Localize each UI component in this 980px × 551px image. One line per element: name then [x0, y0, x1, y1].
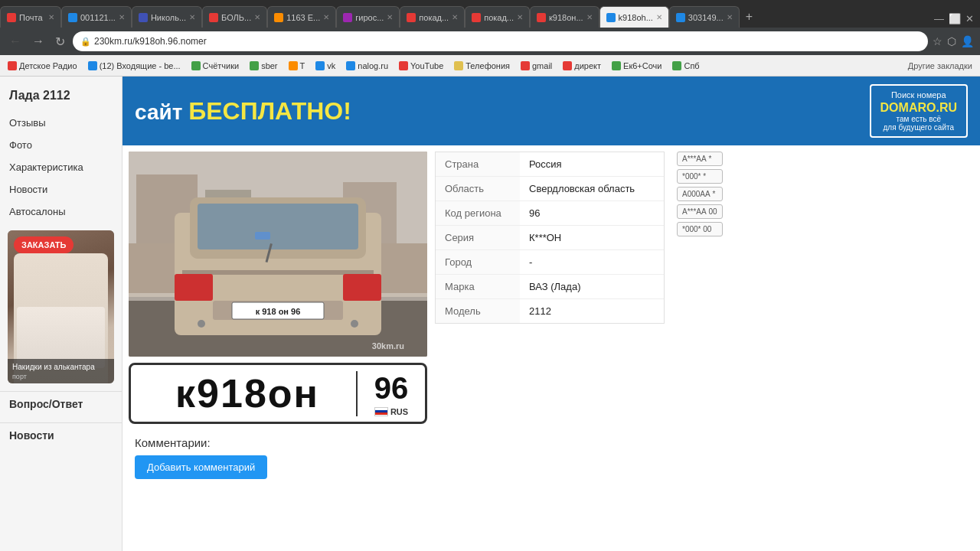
sidebar-item-reviews[interactable]: Отзывы [0, 112, 122, 134]
tab-5-close[interactable]: ✕ [323, 13, 329, 21]
bookmark-vk-label: vk [327, 61, 335, 70]
bookmark-schetchiki-icon [191, 61, 201, 70]
bookmark-inbox-label: (12) Входящие - be... [100, 61, 181, 70]
plate-variant-2[interactable]: А000АА * [677, 187, 723, 201]
new-tab-button[interactable]: + [740, 6, 763, 28]
sidebar-ad[interactable]: ЗАКАЗАТЬ Накидки из алькантара порт [8, 230, 114, 383]
tab-9-close[interactable]: ✕ [586, 13, 593, 21]
close-window-button[interactable]: ✕ [965, 13, 974, 24]
tab-1[interactable]: Почта ✕ [0, 6, 61, 28]
bookmark-youtube-icon [399, 61, 408, 70]
main-content: сайт БЕСПЛАТНО! Поиск номера DOMARO.RU т… [122, 77, 980, 551]
sidebar-item-characteristics[interactable]: Характеристика [0, 156, 122, 178]
banner-right[interactable]: Поиск номера DOMARO.RU там есть всё для … [870, 84, 968, 138]
bookmark-more[interactable]: Другие закладки [903, 60, 977, 72]
bookmark-nalog[interactable]: nalog.ru [341, 60, 393, 72]
forward-button[interactable]: → [29, 33, 47, 50]
tab-7[interactable]: покад... ✕ [400, 6, 465, 28]
bookmark-gmail[interactable]: gmail [516, 60, 557, 72]
tab-2-close[interactable]: ✕ [119, 13, 125, 21]
bookmark-star-icon[interactable]: ☆ [933, 35, 942, 47]
bookmark-telefonia[interactable]: Телефония [449, 60, 514, 72]
comments-section: Комментарии: Добавить комментарий [129, 430, 427, 485]
info-row-brand: Марка ВАЗ (Лада) [436, 275, 664, 299]
banner-domain: DOMARO.RU [880, 101, 957, 115]
tab-3-icon [139, 13, 148, 22]
info-row-region-code: Код региона 96 [436, 201, 664, 226]
country-label: Страна [436, 152, 520, 176]
reload-button[interactable]: ↻ [52, 33, 68, 51]
back-button[interactable]: ← [6, 33, 24, 50]
tab-6-close[interactable]: ✕ [387, 13, 393, 21]
svg-rect-11 [175, 274, 213, 301]
bookmark-detskoe-radio[interactable]: Детское Радио [3, 60, 82, 72]
tab-8-icon [472, 13, 481, 22]
tab-9[interactable]: к918он... ✕ [530, 6, 599, 28]
tab-1-label: Почта [19, 13, 43, 22]
tab-4-close[interactable]: ✕ [254, 13, 260, 21]
add-comment-button[interactable]: Добавить комментарий [135, 455, 267, 479]
plate-variant-3[interactable]: А***АА 00 [677, 204, 723, 219]
bookmark-schetchiki-label: Счётчики [203, 61, 240, 70]
sidebar-ad-button[interactable]: ЗАКАЗАТЬ [14, 236, 74, 253]
car-info-table: Страна Россия Область Свердловская облас… [435, 152, 665, 324]
extensions-icon[interactable]: ⬡ [947, 35, 956, 47]
bookmark-spb-label: Спб [684, 61, 699, 70]
tab-11-close[interactable]: ✕ [727, 13, 733, 21]
tab-5[interactable]: 1163 Е... ✕ [267, 6, 336, 28]
sidebar-news-section[interactable]: Новости [0, 422, 122, 448]
tab-3-label: Николь... [151, 13, 186, 22]
svg-rect-19 [255, 232, 270, 240]
tab-11[interactable]: 303149... ✕ [669, 6, 740, 28]
region-code-label: Код региона [436, 201, 520, 225]
info-row-series: Серия К***ОН [436, 226, 664, 250]
sidebar-ad-caption: Накидки из алькантара порт [8, 359, 114, 383]
sidebar-item-dealers[interactable]: Автосалоны [0, 201, 122, 223]
plate-variant-1[interactable]: *000* * [677, 169, 723, 184]
svg-text:30km.ru: 30km.ru [372, 341, 404, 350]
tab-10-close[interactable]: ✕ [656, 13, 662, 21]
address-bar[interactable]: 🔒 230km.ru/k918oh.96.nomer [73, 31, 928, 51]
bookmark-spb[interactable]: Спб [668, 60, 704, 72]
minimize-button[interactable]: — [934, 13, 944, 24]
tab-8[interactable]: покад... ✕ [465, 6, 530, 28]
tab-7-close[interactable]: ✕ [452, 13, 458, 21]
profile-icon[interactable]: 👤 [961, 35, 974, 47]
plate-region: 96 RUS [356, 371, 417, 416]
tab-1-icon [7, 13, 16, 22]
tab-3-close[interactable]: ✕ [189, 13, 195, 21]
tab-6[interactable]: гирос... ✕ [336, 6, 400, 28]
maximize-button[interactable]: ⬜ [949, 13, 961, 24]
bookmark-detskoe-icon [8, 61, 17, 70]
tab-8-close[interactable]: ✕ [517, 13, 523, 21]
tab-10[interactable]: k918oh... ✕ [599, 6, 669, 28]
plate-variant-4[interactable]: *000* 00 [677, 222, 723, 236]
tab-2[interactable]: 001121... ✕ [61, 6, 132, 28]
sidebar-qa-section[interactable]: Вопрос/Ответ [0, 391, 122, 416]
bookmark-telefonia-icon [454, 61, 463, 70]
tab-4-label: БОЛЬ... [221, 13, 251, 22]
tab-4[interactable]: БОЛЬ... ✕ [202, 6, 267, 28]
bookmark-inbox[interactable]: (12) Входящие - be... [83, 60, 185, 72]
brand-label: Марка [436, 275, 520, 298]
bookmark-youtube[interactable]: YouTube [394, 60, 448, 72]
bookmark-direkt[interactable]: директ [558, 60, 606, 72]
sidebar-item-news[interactable]: Новости [0, 178, 122, 201]
svg-point-17 [351, 320, 358, 328]
sidebar-menu: Отзывы Фото Характеристика Новости Автос… [0, 112, 122, 223]
bookmark-sber[interactable]: sber [245, 60, 282, 72]
plate-variant-0[interactable]: А***АА * [677, 152, 723, 166]
bookmark-t-icon [289, 61, 298, 70]
bookmark-schetchiki[interactable]: Счётчики [187, 60, 244, 72]
tab-11-icon [676, 13, 685, 22]
tab-3[interactable]: Николь... ✕ [132, 6, 202, 28]
bookmark-ek6[interactable]: Ек6+Сочи [607, 60, 666, 72]
sidebar-item-photos[interactable]: Фото [0, 134, 122, 156]
bookmark-vk[interactable]: vk [311, 60, 340, 72]
flag-red-stripe [375, 412, 387, 415]
sidebar-ad-subtext: порт [12, 373, 27, 380]
banner-highlight: БЕСПЛАТНО! [188, 97, 351, 125]
tab-1-close[interactable]: ✕ [48, 13, 54, 21]
bookmark-sber-icon [250, 61, 259, 70]
bookmark-t[interactable]: Т [284, 60, 310, 72]
